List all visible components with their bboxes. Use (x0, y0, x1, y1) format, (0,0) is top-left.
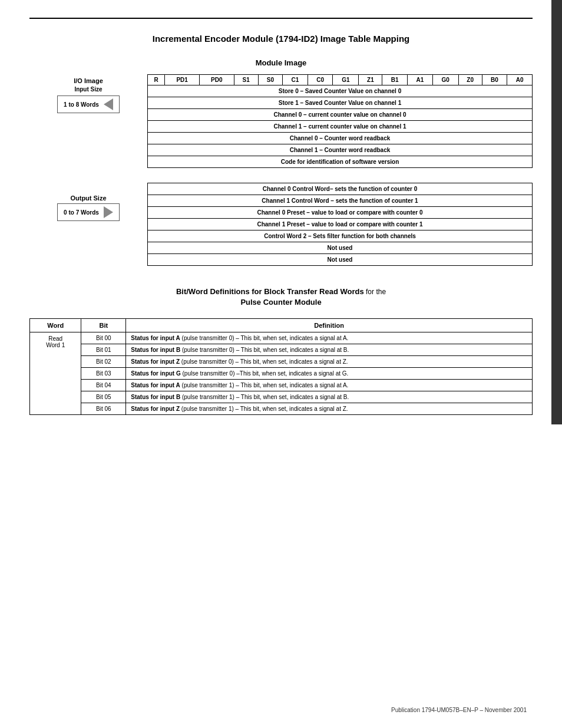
def-col-word: Word (30, 319, 81, 332)
output-row-cell: Not used (148, 242, 533, 254)
col-b1: B1 (382, 75, 408, 85)
def-table: Word Bit Definition Read Word 1Bit 00Sta… (29, 318, 533, 415)
top-rule (29, 18, 533, 19)
input-table-row: Store 0 – Saved Counter Value on channel… (148, 85, 533, 97)
def-table-row: Bit 06Status for input Z (pulse transmit… (30, 403, 533, 415)
def-definition-cell: Status for input A (pulse transmitter 1)… (126, 380, 533, 391)
def-bit-cell: Bit 05 (81, 391, 126, 403)
output-table-container: Channel 0 Control Word– sets the functio… (147, 183, 533, 266)
def-col-definition: Definition (126, 319, 533, 332)
section2-title-normal: for the (364, 288, 386, 296)
output-row-cell: Control Word 2 – Sets filter function fo… (148, 230, 533, 242)
output-table-row: Channel 0 Control Word– sets the functio… (148, 183, 533, 195)
output-table-row: Not used (148, 254, 533, 266)
module-image-title: Module Image (256, 58, 307, 67)
def-definition-cell: Status for input Z (pulse transmitter 1)… (126, 403, 533, 415)
def-definition-cell: Status for input B (pulse transmitter 0)… (126, 344, 533, 356)
col-z1: Z1 (359, 75, 382, 85)
module-image-section: Module Image I/O Image Input Size 1 to 8… (29, 58, 533, 266)
col-g1: G1 (333, 75, 359, 85)
input-arrow-icon (104, 98, 113, 110)
input-row-cell: Store 0 – Saved Counter Value on channel… (148, 85, 533, 97)
col-c1: C1 (283, 75, 308, 85)
footer: Publication 1794-UM057B–EN–P – November … (391, 707, 527, 713)
input-table-row: Channel 1 – current counter value on cha… (148, 121, 533, 133)
input-table-container: R PD1 PD0 S1 S0 C1 C0 G1 Z1 B1 A1 G0 (147, 74, 533, 177)
input-table-row: Store 1 – Saved Counter Value on channel… (148, 97, 533, 109)
input-row-cell: Channel 1 – Counter word readback (148, 144, 533, 156)
output-arrow-icon (104, 206, 113, 218)
def-bit-cell: Bit 03 (81, 368, 126, 380)
input-table-row: Code for identification of software vers… (148, 156, 533, 168)
output-table-row: Channel 1 Preset – value to load or comp… (148, 219, 533, 230)
def-table-row: Bit 02Status for input Z (pulse transmit… (30, 356, 533, 368)
def-bit-cell: Bit 04 (81, 380, 126, 391)
output-row-cell: Channel 0 Control Word– sets the functio… (148, 183, 533, 195)
def-bit-cell: Bit 01 (81, 344, 126, 356)
input-size-value: 1 to 8 Words (64, 101, 99, 108)
output-size-box: 0 to 7 Words (57, 203, 120, 221)
def-table-row: Bit 01Status for input B (pulse transmit… (30, 344, 533, 356)
input-row-cell: Store 1 – Saved Counter Value on channel… (148, 97, 533, 109)
output-row-cell: Channel 0 Preset – value to load or comp… (148, 207, 533, 219)
def-table-row: Read Word 1Bit 00Status for input A (pul… (30, 332, 533, 344)
output-row-cell: Not used (148, 254, 533, 266)
output-size-label: Output Size (70, 195, 106, 202)
col-a1: A1 (408, 75, 433, 85)
input-row-cell: Channel 1 – current counter value on cha… (148, 121, 533, 133)
col-z0: Z0 (458, 75, 482, 85)
right-sidebar-bar (551, 0, 562, 424)
input-size-label: Input Size (74, 86, 102, 93)
def-word-cell: Read Word 1 (30, 332, 81, 415)
output-table: Channel 0 Control Word– sets the functio… (147, 183, 533, 266)
def-col-bit: Bit (81, 319, 126, 332)
input-header-row: R PD1 PD0 S1 S0 C1 C0 G1 Z1 B1 A1 G0 (148, 75, 533, 85)
input-table-row: Channel 1 – Counter word readback (148, 144, 533, 156)
input-row-cell: Channel 0 – current counter value on cha… (148, 109, 533, 121)
col-pd1: PD1 (165, 75, 200, 85)
output-table-row: Channel 0 Preset – value to load or comp… (148, 207, 533, 219)
def-table-row: Bit 05Status for input B (pulse transmit… (30, 391, 533, 403)
def-table-header-row: Word Bit Definition (30, 319, 533, 332)
def-definition-cell: Status for input Z (pulse transmitter 0)… (126, 356, 533, 368)
output-table-row: Channel 1 Control Word – sets the functi… (148, 195, 533, 207)
def-definition-cell: Status for input A (pulse transmitter 0)… (126, 332, 533, 344)
col-g0: G0 (432, 75, 458, 85)
col-a0: A0 (507, 75, 533, 85)
output-io-left: Output Size 0 to 7 Words (29, 183, 147, 221)
output-row-cell: Channel 1 Control Word – sets the functi… (148, 195, 533, 207)
io-image-label: I/O Image (74, 77, 103, 84)
def-bit-cell: Bit 02 (81, 356, 126, 368)
col-pd0: PD0 (199, 75, 234, 85)
output-size-value: 0 to 7 Words (64, 209, 99, 216)
section2-title-bold: Bit/Word Definitions for Block Transfer … (176, 287, 364, 296)
def-definition-cell: Status for input B (pulse transmitter 1)… (126, 391, 533, 403)
def-bit-cell: Bit 00 (81, 332, 126, 344)
input-row-cell: Channel 0 – Counter word readback (148, 133, 533, 144)
col-b0: B0 (482, 75, 507, 85)
main-title: Incremental Encoder Module (1794-ID2) Im… (29, 34, 533, 44)
col-c0: C0 (308, 75, 333, 85)
output-row-cell: Channel 1 Preset – value to load or comp… (148, 219, 533, 230)
input-size-box: 1 to 8 Words (57, 95, 120, 113)
section2-subtitle: Pulse Counter Module (240, 298, 321, 307)
def-bit-cell: Bit 06 (81, 403, 126, 415)
output-layout: Output Size 0 to 7 Words Channel 0 Contr… (29, 183, 533, 266)
output-table-row: Control Word 2 – Sets filter function fo… (148, 230, 533, 242)
section2: Bit/Word Definitions for Block Transfer … (29, 286, 533, 415)
col-r: R (148, 75, 165, 85)
col-s1: S1 (234, 75, 258, 85)
input-row-cell: Code for identification of software vers… (148, 156, 533, 168)
def-definition-cell: Status for input G (pulse transmitter 0)… (126, 368, 533, 380)
input-io-left: I/O Image Input Size 1 to 8 Words (29, 74, 147, 113)
def-table-row: Bit 04Status for input A (pulse transmit… (30, 380, 533, 391)
section2-title: Bit/Word Definitions for Block Transfer … (29, 286, 533, 308)
input-table: R PD1 PD0 S1 S0 C1 C0 G1 Z1 B1 A1 G0 (147, 74, 533, 168)
input-table-row: Channel 0 – current counter value on cha… (148, 109, 533, 121)
input-layout: I/O Image Input Size 1 to 8 Words R PD1 … (29, 74, 533, 177)
input-table-row: Channel 0 – Counter word readback (148, 133, 533, 144)
col-s0: S0 (258, 75, 282, 85)
page: Incremental Encoder Module (1794-ID2) Im… (0, 0, 562, 728)
def-table-row: Bit 03Status for input G (pulse transmit… (30, 368, 533, 380)
output-table-row: Not used (148, 242, 533, 254)
